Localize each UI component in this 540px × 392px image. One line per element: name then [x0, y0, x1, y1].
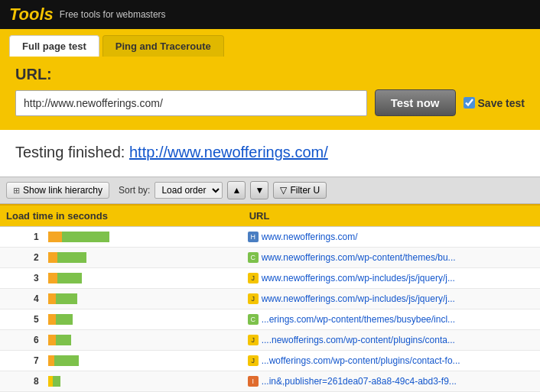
url-cell: Cwww.newofferings.com/wp-content/themes/…: [243, 248, 540, 268]
row-number: 4: [0, 289, 44, 309]
show-hierarchy-button[interactable]: ⊞ Show link hierarchy: [6, 182, 109, 199]
url-link[interactable]: www.newofferings.com/: [262, 232, 358, 242]
load-bar-cell: [44, 371, 243, 392]
save-test-label[interactable]: Save test: [464, 97, 525, 109]
url-cell: J...wofferings.com/wp-content/plugins/co…: [243, 351, 540, 371]
sort-select[interactable]: Load order Load time File size: [155, 182, 223, 199]
load-bar-cell: [44, 330, 243, 351]
tagline: Free tools for webmasters: [60, 9, 166, 20]
table-row: 8I...in&,publisher=261dea07-a8a8-49c4-ab…: [0, 371, 540, 392]
table-row: 1Hwww.newofferings.com/: [0, 227, 540, 248]
table-row: 5C...erings.com/wp-content/themes/busybe…: [0, 309, 540, 330]
tab-full-page-test[interactable]: Full page test: [9, 35, 99, 57]
url-cell: I...in&,publisher=261dea07-a8a8-49c4-abd…: [243, 371, 540, 392]
logo: Tools: [9, 5, 54, 24]
row-number: 6: [0, 330, 44, 351]
load-bar-cell: [44, 248, 243, 268]
table-row: 2Cwww.newofferings.com/wp-content/themes…: [0, 248, 540, 268]
js-icon: J: [248, 335, 259, 345]
url-cell: Jwww.newofferings.com/wp-includes/js/jqu…: [243, 268, 540, 289]
load-bar-cell: [44, 351, 243, 371]
row-number: 8: [0, 371, 44, 392]
testing-finished-url[interactable]: http://www.newofferings.com/: [129, 144, 328, 160]
input-row: Test now Save test: [15, 89, 525, 116]
filter-icon: ▽: [280, 185, 287, 196]
url-label: URL:: [15, 66, 525, 83]
url-cell: Hwww.newofferings.com/: [243, 227, 540, 248]
load-bar-cell: [44, 309, 243, 330]
table-row: 4Jwww.newofferings.com/wp-includes/js/jq…: [0, 289, 540, 309]
url-link[interactable]: ...in&,publisher=261dea07-a8a8-49c4-abd3…: [262, 376, 457, 387]
testing-finished-section: Testing finished: http://www.newoffering…: [0, 130, 540, 169]
sort-up-button[interactable]: ▲: [227, 181, 246, 199]
filter-button[interactable]: ▽ Filter U: [273, 182, 327, 199]
js-icon: J: [248, 293, 259, 304]
tabs-bar: Full page test Ping and Traceroute: [0, 29, 540, 57]
url-link[interactable]: www.newofferings.com/wp-includes/js/jque…: [262, 293, 455, 304]
js-icon: J: [248, 355, 259, 366]
row-number: 1: [0, 227, 44, 248]
load-bar-cell: [44, 289, 243, 309]
js-icon: J: [248, 273, 259, 283]
row-number: 3: [0, 268, 44, 289]
img-icon: I: [248, 376, 259, 387]
row-number: 7: [0, 351, 44, 371]
url-cell: C...erings.com/wp-content/themes/busybee…: [243, 309, 540, 330]
url-cell: Jwww.newofferings.com/wp-includes/js/jqu…: [243, 289, 540, 309]
row-number: 5: [0, 309, 44, 330]
url-link[interactable]: ....newofferings.com/wp-content/plugins/…: [262, 335, 455, 345]
results-table: Load time in seconds URL 1Hwww.newofferi…: [0, 204, 540, 392]
hierarchy-icon: ⊞: [13, 186, 20, 196]
tab-ping-traceroute[interactable]: Ping and Traceroute: [102, 35, 224, 57]
sort-down-button[interactable]: ▼: [250, 181, 268, 199]
load-bar-cell: [44, 227, 243, 248]
header: Tools Free tools for webmasters: [0, 0, 540, 29]
row-number: 2: [0, 248, 44, 268]
results-toolbar: ⊞ Show link hierarchy Sort by: Load orde…: [0, 177, 540, 204]
table-row: 7J...wofferings.com/wp-content/plugins/c…: [0, 351, 540, 371]
sort-label: Sort by:: [119, 185, 150, 196]
css-icon: C: [248, 314, 259, 325]
url-link[interactable]: ...erings.com/wp-content/themes/busybee/…: [262, 314, 455, 325]
form-area: URL: Test now Save test: [0, 57, 540, 130]
html-icon: H: [248, 232, 259, 242]
url-cell: J....newofferings.com/wp-content/plugins…: [243, 330, 540, 351]
save-test-checkbox[interactable]: [464, 97, 475, 109]
url-link[interactable]: www.newofferings.com/wp-includes/js/jque…: [262, 273, 455, 283]
url-input[interactable]: [15, 90, 367, 116]
css-icon: C: [248, 252, 259, 263]
url-link[interactable]: www.newofferings.com/wp-content/themes/b…: [262, 252, 456, 263]
table-row: 6J....newofferings.com/wp-content/plugin…: [0, 330, 540, 351]
table-row: 3Jwww.newofferings.com/wp-includes/js/jq…: [0, 268, 540, 289]
col-header-load: Load time in seconds: [0, 205, 243, 227]
url-link[interactable]: ...wofferings.com/wp-content/plugins/con…: [262, 355, 460, 366]
test-now-button[interactable]: Test now: [375, 89, 456, 116]
testing-finished-label: Testing finished:: [15, 144, 125, 160]
col-header-url: URL: [243, 205, 540, 227]
load-bar-cell: [44, 268, 243, 289]
